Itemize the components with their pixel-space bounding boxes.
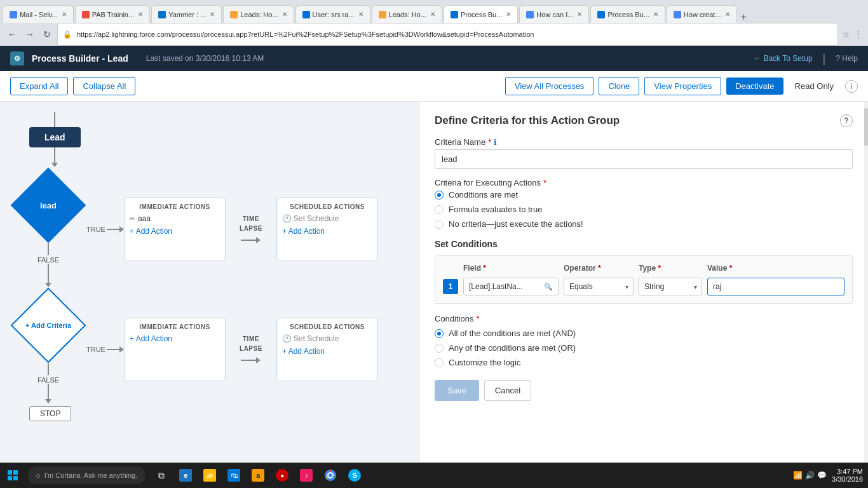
panel-title-row: Define Criteria for this Action Group ? [435,114,853,127]
tab-close[interactable]: ✕ [725,11,730,18]
add-action-scheduled-btn-1[interactable]: + Add Action [282,227,372,236]
start-button[interactable] [0,463,25,488]
message-icon[interactable]: 💬 [817,471,827,480]
save-button[interactable]: Save [435,380,479,401]
address-bar[interactable]: 🔒 https://ap2.lightning.force.com/proces… [57,23,838,46]
tab-close[interactable]: ✕ [506,11,511,18]
type-select[interactable]: String Number Boolean Date [639,278,702,295]
taskbar-amazon[interactable]: a [247,464,269,487]
tab-leads1[interactable]: Leads: Ho... ✕ [223,5,294,23]
tab-close[interactable]: ✕ [138,11,143,18]
taskbar-store[interactable]: 🛍 [222,464,245,487]
collapse-all-button[interactable]: Collapse All [73,77,135,95]
criteria-info-icon[interactable]: ℹ [494,138,497,147]
help-link[interactable]: ? Help [836,54,858,63]
taskbar-app1[interactable]: ● [271,464,294,487]
footer-buttons: Save Cancel [435,380,853,401]
action-item-1[interactable]: ✏ aaa [130,214,220,223]
expand-all-button[interactable]: Expand All [10,77,68,95]
refresh-btn[interactable]: ↻ [41,28,53,41]
diamond-col-2: + Add Criteria FALSE [10,287,86,403]
cortana-search[interactable]: ○ I'm Cortana. Ask me anything. [28,466,145,484]
toolbar-info-icon[interactable]: i [845,80,858,93]
menu-icon[interactable]: ⋮ [854,29,863,39]
scheduled-header-1: SCHEDULED ACTIONS [282,203,372,210]
radio-all-and[interactable]: All of the conditions are met (AND) [435,329,853,338]
volume-icon[interactable]: 🔊 [805,471,815,480]
tab-close[interactable]: ✕ [653,11,658,18]
taskbar-explorer[interactable]: 📁 [198,464,221,487]
taskbar-skype[interactable]: S [343,464,366,487]
back-to-setup-link[interactable]: ← Back To Setup [753,54,812,63]
set-schedule-btn-2[interactable]: 🕐 Set Schedule [282,334,372,343]
cortana-icon: ○ [36,471,41,480]
set-schedule-btn-1[interactable]: 🕐 Set Schedule [282,214,372,223]
forward-btn[interactable]: → [23,28,37,41]
operator-select[interactable]: Equals Not Equal To Less Than Greater Th… [564,278,634,295]
value-input-1[interactable] [707,278,844,295]
tab-mail[interactable]: Mail - Selv... ✕ [3,5,74,23]
tab-favicon [302,11,310,18]
tab-close[interactable]: ✕ [210,11,215,18]
radio-label-2: Formula evaluates to true [449,205,542,214]
network-icon[interactable]: 📶 [793,471,803,480]
right-scrollbar-thumb[interactable] [864,108,868,146]
taskbar-ie[interactable]: e [174,464,197,487]
canvas-scroll[interactable]: Lead lead [0,102,419,488]
add-action-scheduled-btn-2[interactable]: + Add Action [282,347,372,356]
start-node[interactable]: Lead [29,127,81,147]
false-2-wrapper: FALSE [37,363,59,403]
tab-process-builder[interactable]: Process Bu... ✕ [444,5,518,23]
tab-close[interactable]: ✕ [358,11,363,18]
tab-howcreate[interactable]: How creat... ✕ [667,5,737,23]
clone-button[interactable]: Clone [599,77,639,95]
store-icon: 🛍 [227,469,240,482]
tab-pab[interactable]: PAB Trainin... ✕ [75,5,150,23]
taskbar-chrome[interactable] [319,464,342,487]
tab-close[interactable]: ✕ [282,11,287,18]
view-properties-button[interactable]: View Properties [644,77,721,95]
operator-wrapper: Equals Not Equal To Less Than Greater Th… [564,278,634,295]
field-input-1[interactable]: [Lead].LastNa... 🔍 [463,278,559,295]
criteria-name-input[interactable] [435,149,853,169]
back-btn[interactable]: ← [5,28,19,41]
radio-conditions-met[interactable]: Conditions are met [435,190,853,200]
radio-custom-label: Customize the logic [449,358,520,367]
immediate-header-2: IMMEDIATE ACTIONS [130,323,220,330]
val-star: * [729,264,733,273]
radio-circle-1 [435,191,444,200]
tab-user[interactable]: User: srs ra... ✕ [295,5,370,23]
deactivate-button[interactable]: Deactivate [726,78,783,95]
add-criteria-diamond-wrapper[interactable]: + Add Criteria [10,287,86,363]
radio-circle-2 [435,205,444,214]
toolbar-right: View All Processes Clone View Properties… [505,77,858,95]
star-icon[interactable]: ☆ [842,29,850,39]
field-search-icon: 🔍 [544,283,553,291]
task-view-btn[interactable]: ⧉ [150,464,173,487]
cancel-button[interactable]: Cancel [484,380,531,401]
tab-close[interactable]: ✕ [62,11,67,18]
radio-any-or[interactable]: Any of the conditions are met (OR) [435,343,853,353]
add-action-btn-2[interactable]: + Add Action [130,334,220,343]
radio-formula[interactable]: Formula evaluates to true [435,205,853,214]
lead-diamond[interactable]: lead [10,167,86,243]
right-scrollbar[interactable] [864,102,868,488]
taskbar: ○ I'm Cortana. Ask me anything. ⧉ e 📁 🛍 … [0,463,868,488]
tab-leads2[interactable]: Leads: Ho... ✕ [372,5,442,23]
panel-help-icon[interactable]: ? [840,114,853,127]
read-only-text[interactable]: Read Only [789,78,840,95]
stop-node: STOP [29,406,71,421]
view-all-processes-button[interactable]: View All Processes [505,77,594,95]
new-tab-btn[interactable]: + [741,11,747,23]
tab-process2[interactable]: Process Bu... ✕ [590,5,665,23]
add-action-btn-1[interactable]: + Add Action [130,227,220,236]
radio-customize[interactable]: Customize the logic [435,358,853,367]
taskbar-app2[interactable]: ♪ [295,464,318,487]
tab-close[interactable]: ✕ [577,11,582,18]
tab-yammer[interactable]: Yammer : ... ✕ [151,5,222,23]
radio-no-criteria[interactable]: No criteria—just execute the actions! [435,219,853,229]
tab-close[interactable]: ✕ [430,11,435,18]
tab-howcan[interactable]: How can I... ✕ [519,5,589,23]
type-header: Type * [639,264,702,273]
time-lapse-box-1: TIME LAPSE [226,215,276,243]
